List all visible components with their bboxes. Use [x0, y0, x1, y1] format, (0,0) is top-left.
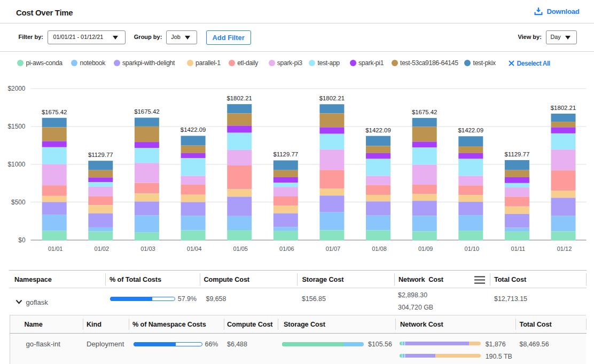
svg-text:01/09: 01/09 [418, 246, 433, 252]
svg-text:$1802.21: $1802.21 [551, 105, 576, 111]
svg-text:$2000: $2000 [7, 85, 25, 92]
svg-text:$1802.21: $1802.21 [319, 95, 345, 101]
svg-text:$1422.09: $1422.09 [181, 126, 206, 133]
svg-text:01/07: 01/07 [326, 246, 341, 252]
svg-text:01/10: 01/10 [465, 246, 480, 252]
svg-text:01/04: 01/04 [187, 246, 202, 252]
svg-text:01/05: 01/05 [233, 246, 248, 252]
svg-text:$500: $500 [11, 199, 26, 206]
svg-text:$1422.09: $1422.09 [365, 127, 391, 133]
svg-text:$1675.42: $1675.42 [134, 108, 160, 115]
svg-text:$1500: $1500 [7, 123, 25, 130]
svg-text:$1422.09: $1422.09 [458, 127, 484, 133]
svg-text:$1129.77: $1129.77 [505, 151, 530, 157]
svg-text:$0: $0 [18, 236, 26, 244]
svg-text:$1802.21: $1802.21 [226, 95, 252, 101]
svg-text:01/06: 01/06 [279, 246, 294, 252]
svg-text:$1000: $1000 [7, 161, 25, 168]
svg-text:$1129.77: $1129.77 [273, 151, 298, 157]
svg-text:01/11: 01/11 [511, 246, 526, 252]
svg-text:01/08: 01/08 [372, 246, 387, 252]
svg-text:01/12: 01/12 [557, 246, 572, 252]
svg-text:$1675.42: $1675.42 [412, 109, 437, 115]
svg-text:$1675.42: $1675.42 [42, 109, 67, 115]
svg-text:$1129.77: $1129.77 [88, 152, 113, 158]
svg-text:01/03: 01/03 [140, 246, 155, 252]
svg-text:01/02: 01/02 [95, 246, 110, 252]
svg-text:01/01: 01/01 [48, 246, 63, 252]
